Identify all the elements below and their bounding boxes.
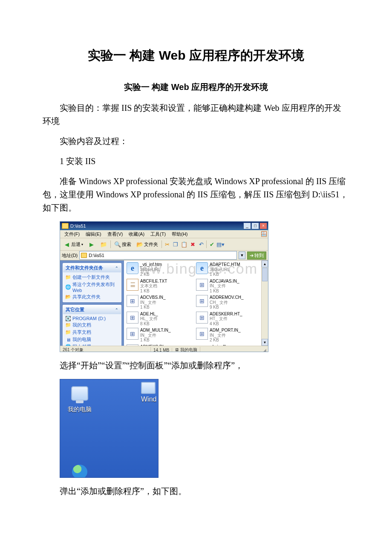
file-name: admin.dll — [209, 344, 244, 346]
mypc-icon: 🖥 — [175, 347, 180, 352]
file-item[interactable]: ADCVBS.IN_IN_ 文件1 KB — [127, 295, 196, 310]
monitor-icon — [71, 386, 88, 401]
status-bar: 261 个对象 14.1 MB 🖥 我的电脑 ◢ — [60, 346, 268, 352]
file-item[interactable]: ADESKERR.HT_HT_ 文件4 KB — [196, 312, 265, 327]
up-button[interactable]: 📁 — [98, 240, 109, 248]
folders-button[interactable]: 📂文件夹 — [135, 240, 160, 248]
file-item[interactable]: ⚙admin.dll4.0.2.6513Microsoft FrontP… — [196, 344, 265, 346]
maximize-button[interactable]: □ — [251, 223, 259, 229]
search-icon: 🔍 — [114, 241, 121, 248]
file-size: 2 KB — [210, 338, 241, 343]
file-size: 2 KB — [140, 272, 162, 277]
title-bar[interactable]: D:\iis51 _ □ × — [60, 222, 268, 230]
address-dropdown[interactable]: ▼ — [239, 251, 245, 259]
other-places-box: 其它位置⌃ 💽PROGRAM (D:) 📁我的文档 📁共享文档 🖥我的电脑 🌐网… — [63, 305, 121, 346]
tasks-head-label: 文件和文件夹任务 — [66, 265, 103, 271]
monitor-icon — [141, 382, 156, 394]
delete-icon[interactable]: ✖ — [189, 241, 196, 248]
config-file-icon — [196, 328, 208, 340]
file-name: ABCFILE.TXT — [140, 279, 167, 284]
forward-icon: ▶ — [88, 241, 95, 248]
paragraph: 选择“开始”“设置”“控制面板”“添加或删除程序”， — [43, 359, 349, 372]
file-item[interactable]: ADAPTEC.HTM360seURL1 KB — [196, 262, 265, 277]
forward-button[interactable]: ▶ — [86, 240, 97, 248]
file-item[interactable]: ADM_PORT.IN_IN_ 文件2 KB — [196, 328, 265, 343]
menu-file[interactable]: 文件(F) — [62, 231, 82, 237]
file-item[interactable]: ADDREMOV.CH_CH_ 文件9 KB — [196, 295, 265, 310]
folders-label: 文件夹 — [144, 241, 158, 248]
place-link[interactable]: 💽PROGRAM (D:) — [66, 315, 118, 321]
cut-icon[interactable]: ✂ — [164, 241, 170, 248]
go-label: 转到 — [254, 252, 264, 259]
config-file-icon — [127, 312, 138, 324]
place-label: 我的电脑 — [72, 336, 91, 343]
chevron-up-icon: ⌃ — [115, 266, 118, 270]
file-item[interactable]: ADCJAVAS.IN_IN_ 文件1 KB — [196, 279, 265, 294]
network-places-icon[interactable] — [68, 463, 92, 478]
close-button[interactable]: × — [259, 223, 267, 229]
scroll-thumb[interactable] — [262, 268, 268, 281]
scroll-down-icon[interactable]: ▼ — [262, 339, 268, 346]
file-name: ADDREMOV.CH_ — [210, 295, 244, 300]
address-bar: 地址(D) D:\iis51 ▼ ➔ 转到 — [60, 251, 268, 260]
go-button[interactable]: ➔ 转到 — [247, 251, 266, 260]
config-file-icon — [196, 312, 208, 324]
text-file-icon — [127, 279, 138, 291]
address-input[interactable]: D:\iis51 — [79, 251, 237, 260]
file-pane[interactable]: www.bingdoc.com _vti_inf.htm360seURL2 KB… — [124, 260, 268, 346]
my-computer-icon[interactable]: 我的电脑 — [68, 385, 92, 413]
share-icon: 📂 — [66, 295, 71, 300]
page-subtitle: 实验一 构建 Web 应用程序的开发环境 — [43, 81, 349, 93]
search-button[interactable]: 🔍搜索 — [112, 240, 133, 248]
scrollbar[interactable]: ▲ ▼ — [261, 260, 268, 346]
file-item[interactable]: ADM_MULT.IN_IN_ 文件1 KB — [127, 328, 196, 343]
views-icon[interactable]: ▤▾ — [217, 241, 224, 248]
paste-icon[interactable]: 📋 — [181, 241, 187, 248]
place-link[interactable]: 🖥我的电脑 — [66, 336, 118, 343]
menu-tools[interactable]: 工具(T) — [148, 231, 168, 237]
file-name: ADAPTEC.HTM — [210, 262, 240, 267]
task-link[interactable]: 🌐将这个文件夹发布到 Web — [66, 281, 118, 293]
copy-icon[interactable]: ❐ — [172, 241, 179, 248]
address-label: 地址(D) — [62, 252, 78, 259]
menu-help[interactable]: 帮助(H) — [169, 231, 190, 237]
globe-icon — [72, 465, 87, 478]
tasks-head[interactable]: 文件和文件夹任务⌃ — [63, 263, 121, 272]
menu-fav[interactable]: 收藏(A) — [126, 231, 147, 237]
back-icon: ◀ — [63, 241, 70, 248]
my-computer-label: 我的电脑 — [68, 406, 92, 413]
file-item[interactable]: ADE.HL_HL_ 文件8 KB — [127, 312, 196, 327]
menu-view[interactable]: 查看(V) — [105, 231, 126, 237]
place-label: PROGRAM (D:) — [72, 316, 106, 321]
file-type: IN_ 文件 — [210, 333, 241, 338]
task-link[interactable]: 📂共享此文件夹 — [66, 293, 118, 301]
paragraph: 实验目的：掌握 IIS 的安装和设置，能够正确构建构建 Web 应用程序的开发环… — [43, 101, 349, 128]
place-label: 我的文档 — [72, 322, 91, 328]
resize-grip-icon[interactable]: ◢ — [263, 348, 268, 353]
undo-icon[interactable]: ↶ — [198, 241, 205, 248]
file-item[interactable]: _vti_inf.htm360seURL2 KB — [127, 262, 196, 277]
search-label: 搜索 — [122, 241, 131, 248]
file-item[interactable]: ADMEXS.DL_DL_ 文件14 KB — [127, 344, 196, 346]
drive-icon: 💽 — [66, 316, 71, 321]
page-title: 实验一 构建 Web 应用程序的开发环境 — [43, 47, 349, 64]
file-type: IN_ 文件 — [140, 300, 165, 305]
place-link[interactable]: 🌐网上邻居 — [66, 343, 118, 346]
menu-edit[interactable]: 编辑(E) — [83, 231, 104, 237]
html-file-icon — [127, 262, 138, 274]
file-item[interactable]: ABCFILE.TXT文本文档1 KB — [127, 279, 196, 294]
place-link[interactable]: 📁共享文档 — [66, 329, 118, 336]
back-button[interactable]: ◀ 后退 ▾ — [62, 240, 85, 248]
place-link[interactable]: 📁我的文档 — [66, 321, 118, 329]
minimize-button[interactable]: _ — [243, 223, 251, 229]
place-label: 共享文档 — [72, 329, 91, 335]
scroll-up-icon[interactable]: ▲ — [262, 260, 268, 267]
task-link[interactable]: 📁创建一个新文件夹 — [66, 274, 118, 281]
file-name: ADCJAVAS.IN_ — [210, 279, 239, 284]
chevron-up-icon: ⌃ — [115, 308, 118, 312]
check-icon[interactable]: ✔ — [208, 241, 215, 248]
network-icon: 🌐 — [66, 344, 71, 346]
other-head-label: 其它位置 — [66, 306, 84, 313]
other-head[interactable]: 其它位置⌃ — [63, 305, 121, 314]
paragraph: 准备 Windows XP professional 安装光盘或 Windows… — [43, 175, 349, 214]
